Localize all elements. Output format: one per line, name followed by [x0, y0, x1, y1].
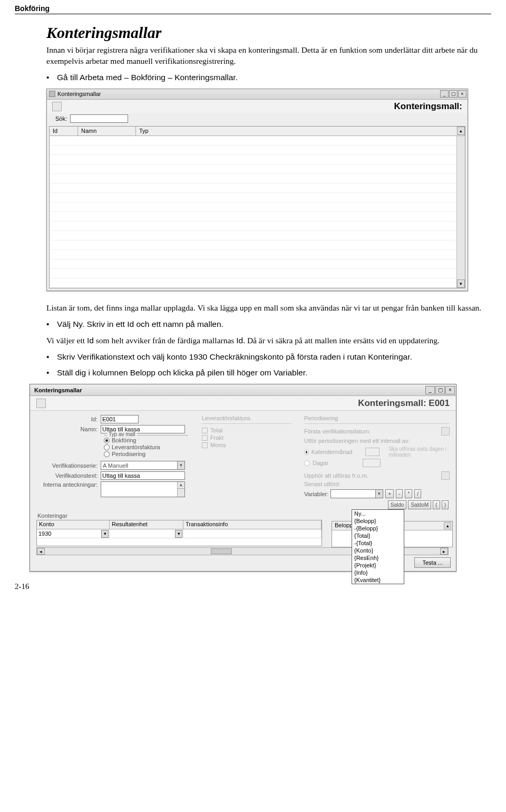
close-button[interactable]: ×: [458, 90, 466, 98]
chevron-down-icon[interactable]: ▾: [375, 490, 383, 498]
close-button[interactable]: ×: [445, 386, 455, 394]
scroll-up-icon[interactable]: ▴: [457, 127, 465, 135]
btn-divide[interactable]: /: [414, 489, 421, 498]
col-belopp[interactable]: Belopp: [335, 522, 353, 530]
sok-input[interactable]: [70, 114, 128, 123]
term-id: Id: [87, 336, 94, 345]
label-forsta: Första verifikationsdatum:: [304, 428, 371, 434]
list-item[interactable]: {ResEnh}: [352, 554, 404, 562]
cell-konto-dropdown[interactable]: 1930 ▾: [37, 529, 109, 538]
list-item[interactable]: {Projekt}: [352, 562, 404, 569]
minimize-button[interactable]: _: [425, 386, 435, 394]
win2-titlebar: Konteringsmallar _ ▢ ×: [30, 384, 456, 396]
col-transinfo[interactable]: Transaktionsinfo: [183, 520, 322, 529]
calendar-icon: [441, 471, 450, 480]
chevron-down-icon[interactable]: ▾: [101, 530, 109, 538]
form-left-column: Id: Namn: Typ av mall Bokföring Leverant…: [36, 415, 189, 509]
textarea-interna[interactable]: ▴: [101, 481, 185, 497]
btn-lparen[interactable]: (: [433, 500, 440, 509]
toolbar-icon[interactable]: [52, 102, 62, 111]
label-id: Id:: [36, 416, 101, 422]
vertical-scrollbar[interactable]: ▴ ▾: [456, 136, 465, 288]
win2-heading: Konteringsmall: E001: [358, 398, 450, 409]
col-typ[interactable]: Typ: [136, 127, 465, 136]
sok-label: Sök:: [55, 115, 67, 122]
list-item[interactable]: {Konto}: [352, 547, 404, 554]
select-variabler[interactable]: ▾: [330, 489, 383, 498]
label-namn: Namn:: [36, 426, 101, 432]
scroll-right-icon[interactable]: ▸: [440, 548, 448, 555]
calendar-icon: [441, 427, 450, 436]
list-item[interactable]: -{Belopp}: [352, 525, 404, 532]
win1-title: Konteringsmallar: [57, 91, 101, 97]
radio-dagar: [304, 460, 310, 466]
bullet-1-text: Gå till Arbeta med – Bokföring – Konteri…: [57, 72, 491, 83]
btn-rparen[interactable]: ): [442, 500, 449, 509]
col-namn[interactable]: Namn: [78, 127, 136, 136]
list-item[interactable]: {Kvantitet}: [352, 576, 404, 584]
chevron-down-icon[interactable]: ▾: [177, 461, 184, 469]
col-id[interactable]: Id: [50, 127, 78, 136]
testa-button[interactable]: Testa ...: [414, 557, 451, 568]
scroll-up-icon[interactable]: ▴: [178, 482, 184, 489]
btn-saldom[interactable]: SaldoM: [408, 500, 431, 509]
variabler-dropdown-list[interactable]: Ny... {Belopp} -{Belopp} {Total} -{Total…: [352, 509, 404, 584]
win1-heading: Konteringsmall:: [394, 101, 462, 112]
cell-transinfo[interactable]: [183, 529, 322, 538]
label-veriftext: Verifikationstext:: [36, 472, 101, 479]
term-id: Id: [127, 320, 134, 328]
scroll-up-icon[interactable]: ▴: [444, 522, 451, 529]
radio-bokforing[interactable]: [104, 438, 110, 443]
col-konto[interactable]: Konto: [37, 520, 110, 529]
section-periodisering: Periodisering: [304, 415, 450, 421]
list-item[interactable]: Ny...: [352, 510, 404, 517]
scroll-down-icon[interactable]: ▾: [457, 279, 465, 288]
chevron-down-icon[interactable]: ▾: [175, 530, 182, 538]
konteringar-area: Konteringar Konto Resultatenhet Transakt…: [36, 513, 452, 546]
label-variabler: Variabler:: [304, 491, 328, 497]
btn-multiply[interactable]: *: [405, 489, 412, 498]
input-kalender-n: [365, 448, 380, 456]
bullet-4-text: Ställ dig i kolumnen Belopp och klicka p…: [57, 368, 491, 379]
term-konteringar: Konteringar: [368, 352, 410, 361]
checkbox-frakt: [202, 435, 208, 441]
page-header: Bokföring: [15, 0, 491, 14]
list-item[interactable]: {Belopp}: [352, 517, 404, 525]
screenshot-konteringsmallar-list: Konteringsmallar _ ▢ × Konteringsmall: S…: [46, 89, 468, 291]
radio-periodisering[interactable]: [104, 451, 110, 457]
group-legend-typavmall: Typ av mall: [107, 431, 137, 437]
window-icon: [49, 91, 55, 97]
checkbox-total: [202, 428, 208, 433]
bullet-dot: •: [46, 319, 57, 330]
minimize-button[interactable]: _: [440, 90, 449, 98]
radio-kalender: [304, 449, 309, 455]
page-title: Konteringsmallar: [46, 24, 491, 42]
input-id[interactable]: [101, 415, 139, 423]
list-item[interactable]: {Info}: [352, 569, 404, 576]
btn-minus[interactable]: -: [396, 489, 403, 498]
page-number: 2-16: [15, 582, 491, 591]
maximize-button[interactable]: ▢: [449, 90, 458, 98]
bullet-dot: •: [46, 368, 57, 379]
select-verifserie[interactable]: A Manuell ▾: [101, 461, 185, 470]
cell-resenhet-dropdown[interactable]: ▾: [110, 529, 183, 538]
btn-saldo[interactable]: Saldo: [388, 500, 407, 509]
toolbar-icon[interactable]: [36, 399, 46, 408]
list-item[interactable]: -{Total}: [352, 539, 404, 547]
list-item[interactable]: {Total}: [352, 532, 404, 539]
bullet-2: • Välj Ny. Skriv in ett Id och ett namn …: [46, 319, 491, 330]
paragraph-3: Vi väljer ett Id som helt avviker från d…: [46, 335, 491, 346]
paragraph-2: Listan är tom, det finns inga mallar upp…: [46, 303, 491, 314]
bullet-4: • Ställ dig i kolumnen Belopp och klicka…: [46, 368, 491, 379]
radio-leverantorsfaktura[interactable]: [104, 444, 110, 450]
scroll-left-icon[interactable]: ◂: [37, 548, 45, 555]
maximize-button[interactable]: ▢: [435, 386, 445, 394]
bullet-3-text: Skriv Verifikationstext och välj konto 1…: [57, 352, 491, 363]
konteringar-table: Konto Resultatenhet Transaktionsinfo 193…: [36, 520, 322, 546]
col-resenhet[interactable]: Resultatenhet: [110, 520, 183, 529]
btn-plus[interactable]: +: [385, 489, 394, 498]
form-middle-column: Leverantörsfaktura Total Frakt Moms: [202, 415, 291, 509]
scrollbar-thumb[interactable]: [211, 548, 232, 554]
input-veriftext[interactable]: [101, 471, 185, 480]
term-variabler: Variabler: [274, 368, 305, 377]
